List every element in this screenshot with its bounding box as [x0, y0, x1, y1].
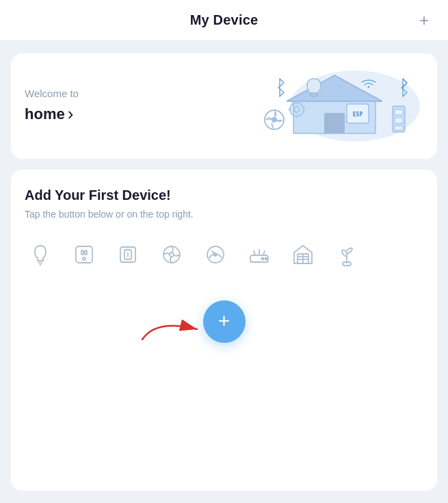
- svg-point-36: [265, 258, 267, 260]
- header-add-button[interactable]: +: [415, 10, 433, 31]
- svg-rect-47: [343, 262, 351, 266]
- svg-rect-19: [302, 108, 305, 111]
- svg-point-31: [170, 253, 174, 257]
- outlet-icon: [68, 239, 100, 270]
- svg-point-8: [272, 117, 277, 122]
- app-header: My Device +: [0, 0, 448, 41]
- svg-point-34: [214, 253, 217, 256]
- plant-icon: [331, 239, 363, 270]
- svg-point-26: [83, 257, 85, 260]
- svg-rect-16: [295, 101, 298, 104]
- svg-rect-10: [395, 109, 403, 115]
- router-icon: [243, 239, 275, 270]
- fan-icon: [156, 239, 187, 270]
- svg-rect-12: [395, 126, 403, 130]
- svg-rect-24: [81, 250, 83, 255]
- meter-icon: [200, 239, 231, 270]
- svg-rect-3: [324, 113, 345, 133]
- bulb-icon: [25, 239, 56, 270]
- svg-point-37: [262, 258, 264, 260]
- svg-line-38: [254, 250, 255, 255]
- add-device-button-label: +: [218, 311, 230, 331]
- add-device-subtitle: Tap the button below or on the top right…: [25, 209, 194, 220]
- svg-rect-17: [295, 115, 298, 118]
- device-icons-row: [25, 239, 363, 270]
- welcome-illustration: ESP: [246, 68, 423, 144]
- svg-rect-25: [85, 250, 87, 255]
- welcome-card: Welcome to home ESP: [11, 53, 437, 159]
- svg-line-40: [263, 250, 265, 255]
- welcome-label: Welcome to: [25, 88, 79, 99]
- svg-point-30: [163, 246, 180, 263]
- svg-rect-18: [289, 108, 291, 111]
- welcome-text-block: Welcome to home: [25, 88, 79, 125]
- garage-icon: [287, 239, 319, 270]
- svg-rect-11: [395, 118, 403, 123]
- home-link[interactable]: home: [25, 103, 79, 125]
- add-device-title: Add Your First Device!: [25, 188, 171, 203]
- switch-icon: [112, 239, 144, 270]
- svg-text:ESP: ESP: [353, 112, 363, 118]
- add-button-area: +: [25, 300, 423, 343]
- svg-rect-13: [311, 93, 317, 96]
- add-device-card: Add Your First Device! Tap the button be…: [11, 170, 437, 491]
- main-content: Welcome to home ESP: [0, 41, 448, 503]
- add-device-button[interactable]: +: [203, 300, 246, 343]
- svg-point-6: [368, 86, 370, 88]
- page-title: My Device: [190, 12, 259, 28]
